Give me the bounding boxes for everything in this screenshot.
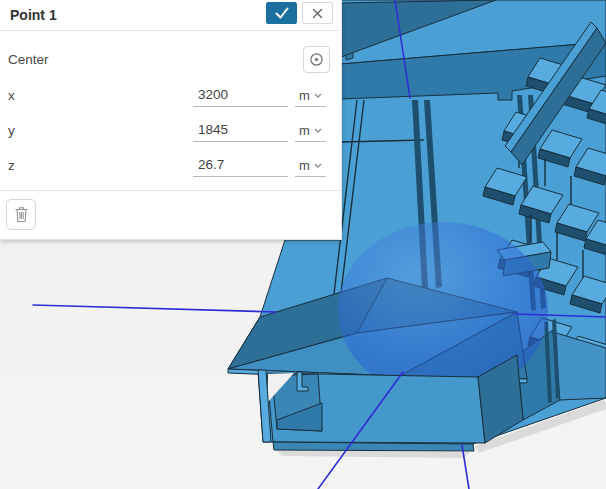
delete-button[interactable] (6, 199, 36, 230)
unit-label-x: m (299, 88, 310, 103)
dialog-divider (0, 190, 341, 191)
unit-dropdown-y[interactable]: m (295, 120, 326, 142)
coordinate-row-z: z m (0, 155, 341, 178)
chevron-down-icon (314, 93, 322, 98)
coordinate-label-z: z (8, 158, 15, 173)
dialog-title: Point 1 (10, 7, 57, 23)
center-picker-button[interactable] (303, 46, 330, 73)
app-window: Point 1 Center x m (0, 0, 606, 489)
chevron-down-icon (314, 163, 322, 168)
trash-icon (14, 206, 29, 223)
coordinate-label-x: x (8, 88, 15, 103)
check-icon (274, 6, 290, 20)
coordinate-label-y: y (8, 123, 15, 138)
target-icon (309, 52, 324, 67)
unit-dropdown-z[interactable]: m (295, 155, 326, 177)
coordinate-row-y: y m (0, 120, 341, 143)
unit-label-y: m (299, 123, 310, 138)
center-section-label: Center (8, 52, 49, 67)
coordinate-input-x[interactable] (193, 85, 288, 107)
dialog-header: Point 1 (0, 0, 341, 31)
coordinate-row-x: x m (0, 85, 341, 108)
vertical-axis-line (462, 445, 469, 489)
close-button[interactable] (302, 2, 333, 24)
confirm-button[interactable] (266, 2, 297, 24)
unit-dropdown-x[interactable]: m (295, 85, 326, 107)
x-icon (312, 8, 323, 19)
unit-label-z: m (299, 158, 310, 173)
x-axis-line (33, 305, 276, 312)
coordinate-input-y[interactable] (193, 120, 288, 142)
coordinate-input-z[interactable] (193, 155, 288, 177)
point-dialog: Point 1 Center x m (0, 0, 342, 240)
chevron-down-icon (314, 128, 322, 133)
